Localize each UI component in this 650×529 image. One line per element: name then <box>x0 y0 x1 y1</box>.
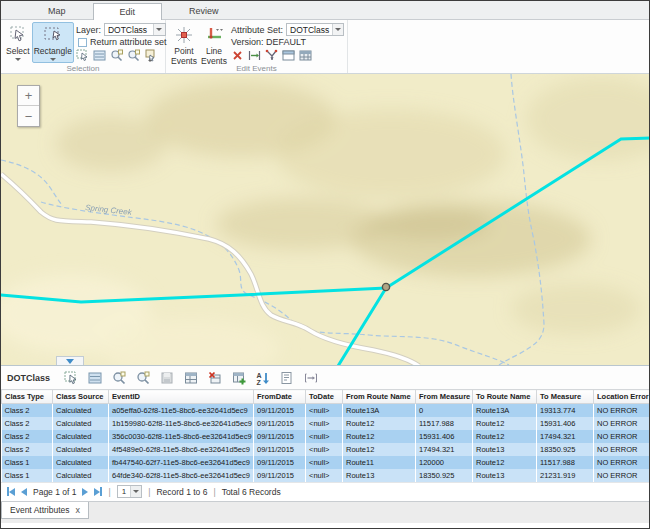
table-row[interactable]: Class 2Calculated4f5489e0-62f8-11e5-8bc6… <box>2 443 650 456</box>
table-cell[interactable]: Calculated <box>53 430 109 443</box>
attribute-set-combobox[interactable]: DOTClass <box>286 23 344 36</box>
table-cell[interactable]: Route11 <box>343 456 416 469</box>
first-page-button[interactable] <box>7 487 15 496</box>
table-cell[interactable]: 21231.919 <box>537 469 594 482</box>
table-cell[interactable]: 64fde340-62f8-11e5-8bc6-ee32641d5ec9 <box>109 469 254 482</box>
column-header[interactable]: From Route Name <box>343 390 416 404</box>
table-cell[interactable]: 4f5489e0-62f8-11e5-8bc6-ee32641d5ec9 <box>109 443 254 456</box>
zoom-out-button[interactable]: − <box>18 106 39 126</box>
layer-dropdown-button[interactable] <box>153 24 165 35</box>
table-cell[interactable]: Class 2 <box>2 443 53 456</box>
table-cell[interactable]: Route13 <box>473 443 537 456</box>
rectangle-dropdown-caret-icon[interactable] <box>50 58 56 61</box>
table-cell[interactable]: <null> <box>306 443 343 456</box>
column-header[interactable]: Class Type <box>2 390 53 404</box>
table-cell[interactable]: 15931.406 <box>416 430 473 443</box>
delete-record-icon[interactable] <box>207 370 222 385</box>
table-cell[interactable]: Route12 <box>473 430 537 443</box>
table-cell[interactable]: Route13 <box>343 469 416 482</box>
tab-edit[interactable]: Edit <box>93 3 163 20</box>
panel-collapse-button[interactable] <box>56 356 84 365</box>
table-cell[interactable]: 19313.774 <box>537 404 594 417</box>
table-cell[interactable]: 15931.406 <box>537 417 594 430</box>
table-cell[interactable]: 17494.321 <box>416 443 473 456</box>
table-cell[interactable]: Calculated <box>53 404 109 417</box>
open-table-icon[interactable] <box>183 370 198 385</box>
page-number-dropdown-button[interactable] <box>130 486 141 497</box>
table-cell[interactable]: <null> <box>306 456 343 469</box>
select-tool-icon[interactable] <box>63 370 78 385</box>
table-cell[interactable]: Class 2 <box>2 430 53 443</box>
table-cell[interactable]: Route12 <box>343 417 416 430</box>
attribute-window-icon[interactable] <box>282 49 295 62</box>
tab-event-attributes[interactable]: Event Attributes x <box>1 502 89 519</box>
layer-combobox[interactable]: DOTClass <box>104 23 166 36</box>
table-cell[interactable]: <null> <box>306 469 343 482</box>
table-cell[interactable]: 09/11/2015 <box>254 430 306 443</box>
point-events-button[interactable]: Point Events <box>169 22 199 63</box>
table-cell[interactable]: <null> <box>306 430 343 443</box>
column-header[interactable]: FromDate <box>254 390 306 404</box>
column-header[interactable]: To Measure <box>537 390 594 404</box>
column-header[interactable]: ToDate <box>306 390 343 404</box>
table-cell[interactable]: fb447540-62f7-11e5-8bc6-ee32641d5ec9 <box>109 456 254 469</box>
delete-event-icon[interactable] <box>231 49 244 62</box>
identify-icon[interactable] <box>279 370 294 385</box>
table-cell[interactable]: Route12 <box>343 443 416 456</box>
table-cell[interactable]: Calculated <box>53 443 109 456</box>
table-cell[interactable]: Class 1 <box>2 469 53 482</box>
column-header[interactable]: From Measure <box>416 390 473 404</box>
close-icon[interactable]: x <box>76 505 81 515</box>
select-dropdown-caret-icon[interactable] <box>15 58 21 61</box>
event-table-icon[interactable] <box>299 49 312 62</box>
column-header[interactable]: Class Source <box>53 390 109 404</box>
table-row[interactable]: Class 2Calculated356c0030-62f8-11e5-8bc6… <box>2 430 650 443</box>
table-cell[interactable]: a05effa0-62f8-11e5-8bc6-ee32641d5ec9 <box>109 404 254 417</box>
table-cell[interactable]: 1b159980-62f8-11e5-8bc6-ee32641d5ec9 <box>109 417 254 430</box>
table-cell[interactable]: 09/11/2015 <box>254 469 306 482</box>
column-header[interactable]: EventID <box>109 390 254 404</box>
next-page-button[interactable] <box>82 488 88 496</box>
table-cell[interactable]: Calculated <box>53 456 109 469</box>
table-cell[interactable]: 18350.925 <box>537 443 594 456</box>
line-events-button[interactable]: Line Events <box>199 22 229 63</box>
route-junction-marker[interactable] <box>382 283 389 290</box>
tab-map[interactable]: Map <box>21 2 93 19</box>
table-row[interactable]: Class 1Calculatedfb447540-62f7-11e5-8bc6… <box>2 456 650 469</box>
table-row[interactable]: Class 2Calculateda05effa0-62f8-11e5-8bc6… <box>2 404 650 417</box>
return-attribute-set-checkbox[interactable] <box>78 38 87 47</box>
save-icon[interactable] <box>159 370 174 385</box>
sort-icon[interactable]: AZ <box>255 370 270 385</box>
tab-review[interactable]: Review <box>162 2 246 19</box>
table-cell[interactable]: NO ERROR <box>594 443 650 456</box>
table-cell[interactable]: Route12 <box>473 456 537 469</box>
table-cell[interactable]: 09/11/2015 <box>254 417 306 430</box>
pan-to-selected-icon[interactable] <box>127 49 140 62</box>
page-number-selector[interactable]: 1 <box>117 485 142 498</box>
table-cell[interactable]: 11517.988 <box>537 456 594 469</box>
split-event-icon[interactable] <box>248 49 261 62</box>
table-cell[interactable]: NO ERROR <box>594 469 650 482</box>
table-cell[interactable]: 0 <box>416 404 473 417</box>
rectangle-select-button[interactable]: Rectangle <box>32 22 74 63</box>
table-cell[interactable]: <null> <box>306 417 343 430</box>
zoom-to-selected-icon[interactable] <box>110 49 123 62</box>
show-selected-icon[interactable] <box>87 370 102 385</box>
column-header[interactable]: To Route Name <box>473 390 537 404</box>
table-cell[interactable]: NO ERROR <box>594 404 650 417</box>
last-page-button[interactable] <box>94 487 102 496</box>
table-row[interactable]: Class 2Calculated1b159980-62f8-11e5-8bc6… <box>2 417 650 430</box>
table-row[interactable]: Class 1Calculated64fde340-62f8-11e5-8bc6… <box>2 469 650 482</box>
table-cell[interactable]: 17494.321 <box>537 430 594 443</box>
table-cell[interactable]: NO ERROR <box>594 430 650 443</box>
zoom-in-button[interactable]: + <box>18 86 39 106</box>
table-cell[interactable]: NO ERROR <box>594 417 650 430</box>
table-cell[interactable]: Route13 <box>473 469 537 482</box>
table-cell[interactable]: 09/11/2015 <box>254 456 306 469</box>
table-cell[interactable]: 09/11/2015 <box>254 404 306 417</box>
previous-page-button[interactable] <box>21 488 27 496</box>
table-cell[interactable]: 120000 <box>416 456 473 469</box>
table-cell[interactable]: 11517.988 <box>416 417 473 430</box>
table-cell[interactable]: 356c0030-62f8-11e5-8bc6-ee32641d5ec9 <box>109 430 254 443</box>
table-cell[interactable]: Class 1 <box>2 456 53 469</box>
